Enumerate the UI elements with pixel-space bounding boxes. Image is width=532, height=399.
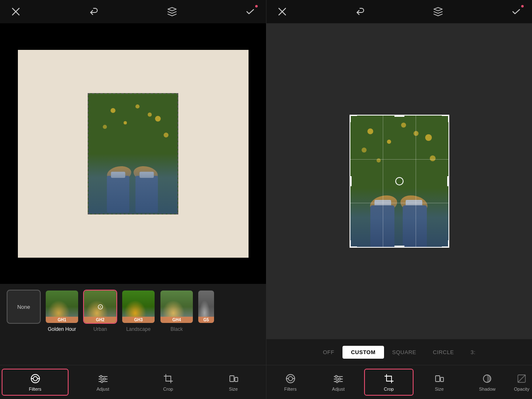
photo-content	[89, 94, 177, 214]
right-size-label: Size	[435, 387, 443, 392]
crop-container[interactable]	[350, 115, 449, 248]
svg-point-54	[336, 381, 338, 383]
filter-thumb-gh1: GH1	[45, 290, 79, 324]
filter-item-gh1[interactable]: GH1	[45, 290, 79, 324]
size-icon-left	[228, 373, 239, 384]
right-undo-button[interactable]	[355, 6, 366, 17]
right-toolbar-crop[interactable]: Crop	[364, 369, 414, 396]
right-panel: OFF CUSTOM SQUARE CIRCLE 3: Filters	[266, 0, 532, 399]
svg-point-5	[155, 116, 161, 121]
svg-rect-14	[111, 172, 125, 178]
svg-rect-15	[140, 172, 154, 178]
left-confirm-button[interactable]	[244, 6, 256, 17]
filter-item-none[interactable]: None	[7, 290, 41, 324]
right-toolbar-shadow[interactable]: Shadow	[463, 369, 511, 395]
right-layers-button[interactable]	[432, 6, 444, 17]
left-panel: None GH1 GH2 ⊙	[0, 0, 266, 399]
svg-point-37	[414, 131, 419, 136]
photo-frame	[18, 50, 249, 258]
crop-mode-off[interactable]: OFF	[315, 346, 343, 359]
svg-point-23	[100, 376, 102, 378]
crop-mode-row: OFF CUSTOM SQUARE CIRCLE 3:	[266, 339, 532, 365]
filter-item-gh3[interactable]: GH3	[121, 290, 155, 324]
right-filters-icon	[285, 373, 296, 384]
right-close-button[interactable]	[276, 6, 288, 17]
svg-point-32	[401, 123, 406, 128]
right-filters-label: Filters	[284, 387, 297, 392]
svg-rect-44	[403, 205, 427, 248]
left-crop-label: Crop	[163, 387, 173, 392]
svg-point-10	[106, 164, 133, 183]
left-top-bar	[0, 0, 266, 23]
filters-icon	[30, 373, 41, 384]
filter-strip: None GH1 GH2 ⊙	[0, 284, 266, 324]
right-adjust-icon	[332, 373, 344, 384]
right-unsaved-indicator	[521, 5, 524, 7]
left-layers-button[interactable]	[166, 6, 178, 17]
svg-rect-27	[235, 377, 238, 382]
filter-item-gh2[interactable]: GH2 ⊙	[83, 290, 117, 324]
svg-rect-2	[89, 94, 177, 213]
right-toolbar-filters[interactable]: Filters	[266, 369, 314, 395]
inner-photo	[88, 93, 178, 214]
left-undo-button[interactable]	[88, 6, 100, 17]
right-toolbar-size[interactable]: Size	[415, 369, 463, 395]
crop-mode-custom[interactable]: CUSTOM	[342, 346, 384, 359]
crop-photo-svg	[350, 115, 449, 248]
right-top-bar	[266, 0, 532, 23]
right-crop-label: Crop	[384, 387, 394, 392]
svg-point-40	[399, 193, 429, 215]
right-shadow-icon	[481, 373, 493, 384]
left-toolbar-filters[interactable]: Filters	[2, 369, 69, 396]
filter-item-g5[interactable]: G5	[198, 290, 214, 324]
left-toolbar-size[interactable]: Size	[201, 369, 266, 395]
svg-point-53	[339, 378, 341, 380]
filter-active-icon: ⊙	[97, 302, 103, 311]
crop-mode-square[interactable]: SQUARE	[384, 346, 425, 359]
adjust-icon	[97, 373, 109, 384]
filter-item-gh4[interactable]: GH4	[160, 290, 194, 324]
svg-point-31	[367, 128, 373, 134]
left-toolbar-adjust[interactable]: Adjust	[70, 369, 135, 395]
svg-rect-30	[350, 115, 449, 248]
right-size-icon	[433, 373, 445, 384]
svg-point-7	[164, 132, 169, 137]
svg-rect-41	[374, 200, 391, 207]
right-toolbar-opacity[interactable]: Opacity	[511, 369, 532, 395]
right-canvas-area	[266, 23, 532, 339]
filter-badge-gh4: GH4	[160, 317, 193, 323]
right-opacity-label: Opacity	[514, 387, 529, 392]
svg-point-3	[111, 108, 116, 113]
svg-point-38	[377, 158, 381, 163]
right-toolbar-adjust[interactable]: Adjust	[314, 369, 362, 395]
svg-point-17	[33, 377, 37, 381]
svg-point-11	[132, 164, 159, 183]
svg-rect-13	[135, 176, 158, 212]
filter-thumb-g5: G5	[198, 290, 214, 324]
crop-icon-left	[163, 373, 174, 384]
left-close-button[interactable]	[10, 6, 22, 17]
right-bottom-toolbar: Filters Adjust	[266, 365, 532, 399]
left-size-label: Size	[229, 387, 238, 392]
left-toolbar-crop[interactable]: Crop	[135, 369, 201, 395]
filter-section: None GH1 GH2 ⊙	[0, 284, 266, 365]
svg-point-35	[430, 155, 436, 161]
svg-point-39	[368, 193, 399, 215]
svg-rect-55	[436, 376, 440, 382]
svg-point-46	[288, 377, 293, 381]
left-adjust-label: Adjust	[96, 387, 109, 392]
filter-thumb-gh2: GH2 ⊙	[83, 290, 117, 324]
crop-mode-ratio[interactable]: 3:	[462, 346, 484, 359]
right-adjust-label: Adjust	[332, 387, 345, 392]
left-canvas-area	[0, 23, 266, 284]
crop-mode-circle[interactable]: CIRCLE	[424, 346, 462, 359]
right-confirm-button[interactable]	[510, 6, 522, 17]
filter-none-label: None	[17, 304, 30, 310]
left-filters-label: Filters	[29, 387, 42, 392]
svg-point-33	[425, 134, 432, 141]
svg-point-4	[135, 104, 140, 108]
svg-point-36	[387, 140, 391, 144]
filter-thumb-none: None	[7, 290, 41, 324]
unsaved-indicator	[255, 5, 258, 7]
right-opacity-icon	[516, 373, 527, 384]
